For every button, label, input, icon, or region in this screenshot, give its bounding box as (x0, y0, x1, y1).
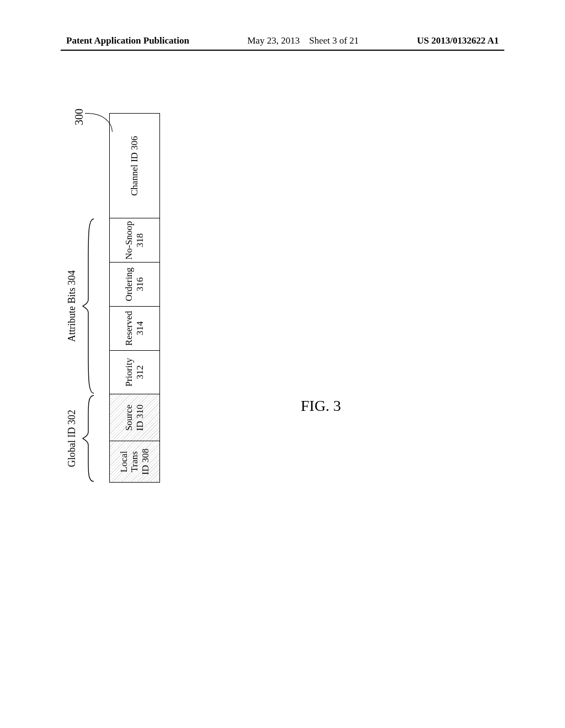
brace-icon (82, 218, 95, 394)
field-no-snoop: No-Snoop 318 (110, 218, 159, 262)
field-source-id: Source ID 310 (110, 394, 159, 441)
header-fields-table: Local Trans ID 308 Source ID 310 Priorit… (109, 113, 160, 483)
field-label: Source (124, 405, 135, 431)
brace-icon (82, 394, 95, 483)
header-row: Patent Application Publication May 23, 2… (0, 35, 565, 50)
reference-numeral-300: 300 (73, 109, 86, 125)
publication-number: US 2013/0132622 A1 (417, 35, 499, 46)
field-label: Local (119, 451, 130, 473)
field-label: ID 310 (135, 405, 146, 431)
field-label: Ordering (124, 267, 135, 301)
field-label: Trans (129, 451, 140, 472)
field-reserved: Reserved 314 (110, 306, 159, 350)
sheet-number: Sheet 3 of 21 (309, 35, 359, 46)
page-header: Patent Application Publication May 23, 2… (0, 35, 565, 51)
field-label: Channel ID 306 (129, 136, 140, 196)
field-ordering: Ordering 316 (110, 262, 159, 306)
field-label: Reserved (124, 311, 135, 346)
publication-type: Patent Application Publication (66, 35, 189, 46)
publication-date: May 23, 2013 (247, 35, 300, 46)
field-label: No-Snoop (124, 221, 135, 260)
figure-3: Global ID 302 Attribute Bits 304 300 Loc… (66, 97, 232, 483)
field-local-trans-id: Local Trans ID 308 (110, 441, 159, 482)
page: Patent Application Publication May 23, 2… (0, 0, 565, 728)
group-global-id-label: Global ID 302 (66, 394, 78, 483)
field-priority: Priority 312 (110, 350, 159, 394)
field-label: 316 (135, 277, 146, 292)
field-channel-id: Channel ID 306 (110, 114, 159, 218)
group-attribute-bits-label: Attribute Bits 304 (66, 218, 78, 394)
field-label: 318 (135, 233, 146, 248)
field-label: 312 (135, 365, 146, 379)
leader-arc-icon (85, 113, 113, 132)
figure-caption: FIG. 3 (301, 397, 341, 415)
field-label: ID 308 (140, 448, 151, 475)
field-label: 314 (135, 322, 146, 336)
figure-wrap: Global ID 302 Attribute Bits 304 300 Loc… (66, 97, 232, 483)
field-label: Priority (124, 358, 135, 387)
header-rule (61, 50, 504, 51)
header-middle: May 23, 2013 Sheet 3 of 21 (189, 35, 417, 46)
